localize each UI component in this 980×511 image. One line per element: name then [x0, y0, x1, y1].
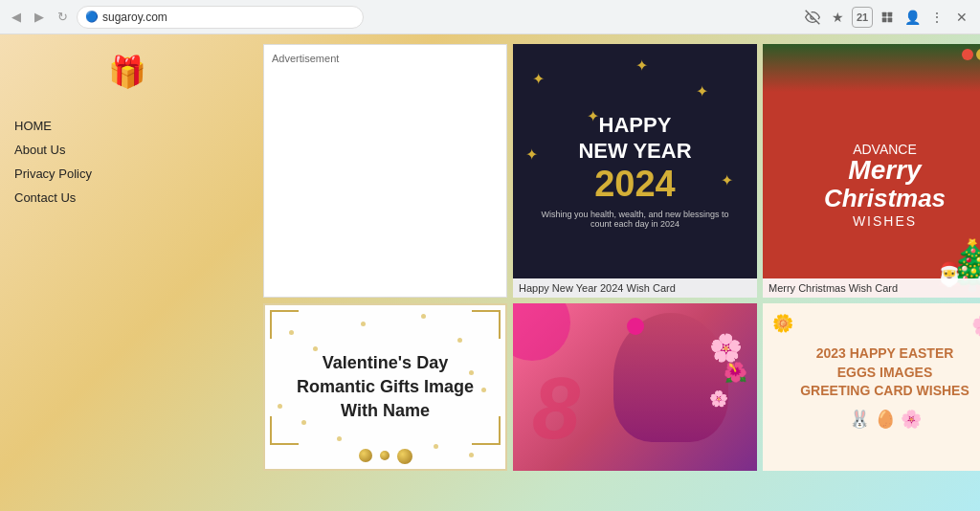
valentine-line3: With Name [341, 401, 430, 420]
forward-button[interactable]: ▶ [31, 9, 48, 26]
browser-actions: ★ 21 👤 ⋮ ✕ [802, 7, 972, 28]
new-year-title: HAPPYNEW YEAR [578, 113, 691, 164]
ornament-gold [976, 49, 980, 60]
page-content: 🎁 HOME About Us Privacy Policy Contact U… [0, 34, 980, 511]
card-valentine[interactable]: Valentine's Day Romantic Gifts Image Wit… [263, 303, 507, 471]
card-new-year[interactable]: ✦ ✦ ✦ ✦ ✦ ✦ HAPPYNEW YEAR 2024 Wishing y… [513, 44, 757, 298]
easter-line1: 2023 HAPPY EASTER [816, 345, 954, 361]
nav-menu: HOME About Us Privacy Policy Contact Us [14, 119, 92, 205]
easter-icons: 🐰 🥚 🌸 [849, 409, 922, 430]
address-bar[interactable]: 🔵 sugaroy.com [77, 6, 364, 29]
browser-chrome: ◀ ▶ ↻ 🔵 sugaroy.com ★ 21 👤 ⋮ ✕ [0, 0, 980, 34]
ornament-red [962, 49, 973, 60]
main-content: Advertisement ✦ ✦ ✦ ✦ ✦ ✦ HAPPYNEW YEAR … [254, 34, 980, 511]
profile-icon[interactable]: 👤 [902, 7, 923, 28]
bunny-icon: 🐰 [849, 409, 870, 430]
favicon-icon: 🔵 [85, 11, 99, 23]
pine-decoration [763, 44, 980, 92]
ornaments [962, 49, 980, 60]
sidebar: 🎁 HOME About Us Privacy Policy Contact U… [0, 34, 254, 511]
svg-rect-3 [882, 17, 887, 22]
nav-item-contact[interactable]: Contact Us [14, 190, 92, 205]
star-icon: ✦ [635, 56, 648, 75]
flower-icon: 🌸 [901, 409, 922, 430]
extensions-icon[interactable] [877, 7, 898, 28]
new-year-year: 2024 [594, 164, 676, 205]
star-icon: ✦ [696, 82, 708, 100]
advertisement-box: Advertisement [263, 44, 507, 298]
christmas-christmas-text: Christmas [824, 184, 946, 213]
eye-off-icon[interactable] [802, 7, 823, 28]
christmas-caption: Merry Christmas Wish Card [763, 278, 980, 298]
card-easter[interactable]: 🌸 🌼 2023 HAPPY EASTER EGGS IMAGES GREETI… [763, 303, 980, 471]
new-year-subtitle: Wishing you health, wealth, and new bles… [532, 210, 738, 229]
svg-rect-1 [882, 11, 887, 16]
valentine-text: Valentine's Day Romantic Gifts Image Wit… [297, 351, 474, 424]
reload-button[interactable]: ↻ [54, 9, 71, 26]
nav-item-privacy[interactable]: Privacy Policy [14, 167, 92, 181]
svg-rect-2 [888, 11, 893, 16]
badge-21[interactable]: 21 [852, 7, 873, 28]
url-text: sugaroy.com [102, 11, 167, 24]
nav-item-home[interactable]: HOME [14, 119, 92, 133]
christmas-merry-text: Merry [848, 157, 921, 184]
nav-item-about[interactable]: About Us [14, 143, 92, 157]
new-year-caption: Happy New Year 2024 Wish Card [513, 278, 757, 298]
valentine-line1: Valentine's Day [323, 353, 448, 372]
back-button[interactable]: ◀ [8, 9, 25, 26]
easter-text: 2023 HAPPY EASTER EGGS IMAGES GREETING C… [800, 344, 969, 401]
card-christmas[interactable]: ADVANCE Merry Christmas WISHES 🎄 🎅 Merry… [763, 44, 980, 298]
star-icon: ✦ [525, 145, 538, 164]
logo-icon: 🎁 [108, 54, 146, 90]
star-icon: ✦ [721, 171, 733, 189]
star-icon[interactable]: ★ [827, 7, 848, 28]
valentine-line2: Romantic Gifts Image [297, 377, 474, 396]
egg-icon: 🥚 [875, 409, 896, 430]
star-icon: ✦ [532, 70, 545, 88]
logo-area: 🎁 [14, 54, 239, 90]
easter-line3: GREETING CARD WISHES [800, 383, 969, 398]
easter-line2: EGGS IMAGES [837, 365, 933, 380]
ad-label: Advertisement [272, 53, 499, 64]
menu-icon[interactable]: ⋮ [926, 7, 947, 28]
svg-rect-4 [888, 17, 893, 22]
christmas-wishes-text: WISHES [853, 213, 917, 229]
card-womensday[interactable]: 🌸 🌺 🌸 8 [513, 303, 757, 471]
close-icon[interactable]: ✕ [951, 7, 972, 28]
